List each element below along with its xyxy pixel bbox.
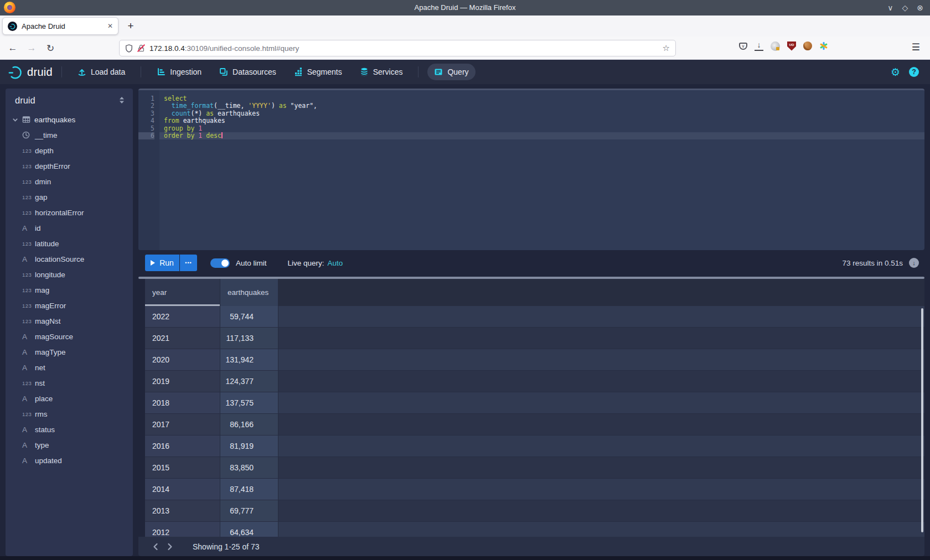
sidebar-column-horizontalError[interactable]: 123horizontalError (6, 205, 133, 220)
sidebar-table-earthquakes[interactable]: earthquakes (6, 112, 133, 127)
sidebar-column-magType[interactable]: AmagType (6, 344, 133, 360)
cell-year[interactable]: 2018 (145, 392, 220, 414)
table-row[interactable]: 201369,777 (138, 500, 924, 522)
cell-year[interactable]: 2015 (145, 457, 220, 479)
table-row[interactable]: 2021117,133 (138, 328, 924, 349)
column-header-year[interactable]: year (145, 279, 220, 306)
nav-item-ingestion[interactable]: Ingestion (150, 64, 208, 80)
cell-earthquakes[interactable]: 131,942 (220, 349, 278, 371)
cell-earthquakes[interactable]: 86,166 (220, 414, 278, 435)
cell-year[interactable]: 2013 (145, 500, 220, 522)
pocket-icon[interactable]: ∨ (739, 43, 747, 50)
table-row[interactable]: 2018137,575 (138, 392, 924, 414)
forward-button[interactable]: → (24, 41, 39, 55)
sidebar-column-__time[interactable]: __time (6, 127, 133, 143)
druid-brand[interactable]: druid (8, 65, 53, 80)
sidebar-column-place[interactable]: Aplace (6, 391, 133, 406)
column-name: nst (35, 379, 45, 387)
sidebar-column-depth[interactable]: 123depth (6, 143, 133, 158)
next-page-icon[interactable] (163, 543, 177, 551)
new-tab-button[interactable]: + (123, 18, 138, 34)
chevron-down-icon[interactable] (12, 117, 18, 123)
gantt-chart-icon (157, 68, 166, 76)
settings-gear-icon[interactable]: ⚙ (891, 66, 900, 78)
sidebar-column-latitude[interactable]: 123latitude (6, 236, 133, 251)
double-caret-sort-icon[interactable] (118, 96, 125, 104)
sidebar-column-magSource[interactable]: AmagSource (6, 329, 133, 344)
sidebar-column-nst[interactable]: 123nst (6, 375, 133, 391)
table-row[interactable]: 201786,166 (138, 414, 924, 435)
menu-hamburger-icon[interactable]: ☰ (912, 42, 920, 53)
download-results-icon[interactable]: ↓ (909, 258, 919, 268)
sidebar-column-longitude[interactable]: 123longitude (6, 267, 133, 282)
table-row[interactable]: 2020131,942 (138, 349, 924, 371)
auto-limit-toggle[interactable] (210, 258, 230, 268)
nav-item-services[interactable]: Services (353, 64, 410, 80)
table-row[interactable]: 202259,744 (138, 306, 924, 328)
cell-year[interactable]: 2020 (145, 349, 220, 371)
cell-year[interactable]: 2016 (145, 435, 220, 457)
tracking-shield-icon[interactable] (125, 44, 133, 53)
cell-earthquakes[interactable]: 81,919 (220, 435, 278, 457)
window-maximize-icon[interactable]: ◇ (902, 3, 908, 12)
cell-year[interactable]: 2014 (145, 479, 220, 500)
cell-earthquakes[interactable]: 69,777 (220, 500, 278, 522)
sidebar-column-rms[interactable]: 123rms (6, 406, 133, 422)
table-row[interactable]: 2019124,377 (138, 371, 924, 392)
sidebar-column-id[interactable]: Aid (6, 220, 133, 236)
tab-close-icon[interactable]: ✕ (107, 22, 113, 30)
nav-item-query[interactable]: Query (427, 64, 475, 80)
colorful-asterisk-extension-icon[interactable] (819, 42, 828, 50)
insecure-lock-icon[interactable] (137, 44, 145, 52)
column-header-earthquakes[interactable]: earthquakes (220, 279, 278, 306)
table-row[interactable]: 201681,919 (138, 435, 924, 457)
window-minimize-icon[interactable]: ∨ (887, 3, 893, 12)
downloads-icon[interactable]: ↓ (755, 41, 763, 51)
bookmark-star-icon[interactable]: ☆ (663, 43, 670, 53)
cookie-extension-icon[interactable] (803, 42, 812, 50)
url-bar[interactable]: 172.18.0.4:30109/unified-console.html#qu… (119, 40, 676, 56)
cell-year[interactable]: 2022 (145, 306, 220, 328)
table-row[interactable]: 201487,418 (138, 479, 924, 500)
sidebar-column-net[interactable]: Anet (6, 360, 133, 375)
table-row[interactable]: 201264,634 (138, 522, 924, 537)
window-close-icon[interactable]: ⊗ (917, 3, 923, 12)
results-scrollbar[interactable] (921, 308, 923, 532)
sidebar-column-updated[interactable]: Aupdated (6, 453, 133, 468)
sidebar-column-magNst[interactable]: 123magNst (6, 313, 133, 329)
table-row[interactable]: 201583,850 (138, 457, 924, 479)
cell-year[interactable]: 2021 (145, 328, 220, 349)
nav-item-load-data[interactable]: Load data (71, 64, 132, 80)
back-button[interactable]: ← (6, 41, 20, 55)
sidebar-column-locationSource[interactable]: AlocationSource (6, 251, 133, 267)
cell-year[interactable]: 2012 (145, 522, 220, 537)
cell-earthquakes[interactable]: 137,575 (220, 392, 278, 414)
sidebar-column-status[interactable]: Astatus (6, 422, 133, 437)
cell-year[interactable]: 2017 (145, 414, 220, 435)
sidebar-column-depthError[interactable]: 123depthError (6, 158, 133, 174)
live-query-value[interactable]: Auto (328, 259, 343, 267)
cell-earthquakes[interactable]: 117,133 (220, 328, 278, 349)
cell-earthquakes[interactable]: 64,634 (220, 522, 278, 537)
nav-item-datasources[interactable]: Datasources (213, 64, 283, 80)
cell-earthquakes[interactable]: 83,850 (220, 457, 278, 479)
sidebar-column-gap[interactable]: 123gap (6, 189, 133, 205)
ublock-icon[interactable]: UO (787, 42, 796, 51)
help-icon[interactable]: ? (909, 67, 919, 77)
sidebar-column-type[interactable]: Atype (6, 437, 133, 453)
nav-item-segments[interactable]: Segments (287, 64, 349, 80)
sidebar-column-dmin[interactable]: 123dmin (6, 174, 133, 189)
browser-tab[interactable]: Apache Druid ✕ (2, 17, 118, 35)
sidebar-column-mag[interactable]: 123mag (6, 282, 133, 298)
privacy-extension-icon[interactable] (771, 42, 780, 51)
prev-page-icon[interactable] (148, 543, 163, 551)
sql-editor[interactable]: 123456 select time_format(__time, 'YYYY'… (138, 89, 924, 250)
sidebar-column-magError[interactable]: 123magError (6, 298, 133, 313)
cell-year[interactable]: 2019 (145, 371, 220, 392)
cell-earthquakes[interactable]: 124,377 (220, 371, 278, 392)
run-button[interactable]: Run (145, 255, 179, 271)
reload-button[interactable]: ↻ (43, 41, 58, 55)
cell-earthquakes[interactable]: 59,744 (220, 306, 278, 328)
run-more-button[interactable]: ••• (180, 255, 197, 271)
cell-earthquakes[interactable]: 87,418 (220, 479, 278, 500)
